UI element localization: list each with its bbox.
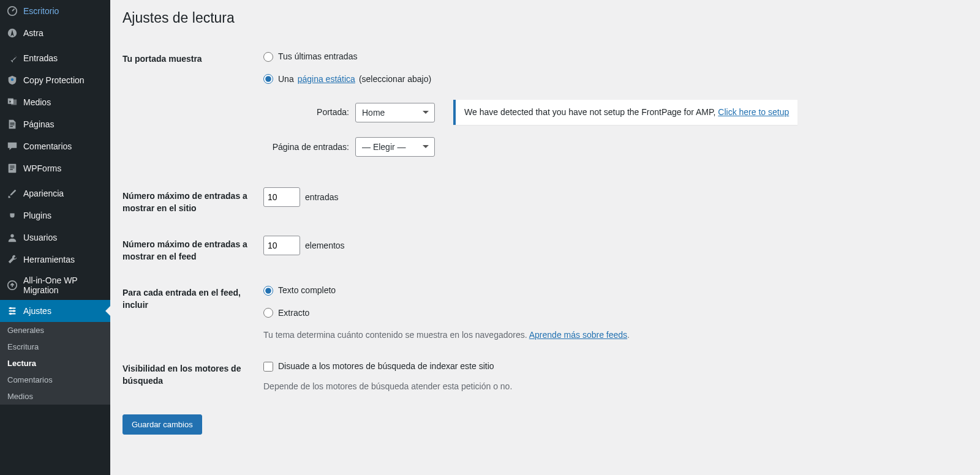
amp-setup-link[interactable]: Click here to setup [718,107,789,117]
sidebar-item-apariencia[interactable]: Apariencia [0,182,110,204]
feed-full-option[interactable]: Texto completo [263,284,336,297]
sidebar-item-all-in-one-wp-migration[interactable]: All-in-One WP Migration [0,271,110,300]
posts-per-page-label: Número máximo de entradas a mostrar en e… [123,178,257,226]
submenu-item-escritura[interactable]: Escritura [0,338,110,355]
comment-icon [6,140,18,152]
learn-feeds-link[interactable]: Aprende más sobre feeds [529,330,627,340]
search-visibility-label: Visibilidad en los motores de búsqueda [123,351,257,402]
feed-full-radio[interactable] [263,286,273,296]
posts-page-select[interactable]: — Elegir — [355,137,435,157]
admin-sidebar: EscritorioAstra EntradasCopy ProtectionM… [0,0,110,475]
pin-icon [6,52,18,64]
submenu-item-label: Escritura [0,338,110,355]
homepage-select-label: Portada: [263,106,349,119]
sidebar-item-label: Ajustes [23,306,51,316]
sidebar-item-comentarios[interactable]: Comentarios [0,135,110,157]
sidebar-item-label: Comentarios [23,141,72,151]
sidebar-item-label: Usuarios [23,233,57,242]
shield-icon [6,74,18,86]
sidebar-item-ajustes[interactable]: Ajustes [0,300,110,322]
content-area: Ajustes de lectura Tu portada muestra Tu… [110,0,980,475]
plug-icon [6,209,18,222]
sidebar-item-copy-protection[interactable]: Copy Protection [0,69,110,91]
search-visibility-desc: Depende de los motores de búsqueda atend… [263,380,962,393]
sidebar-item-plugins[interactable]: Plugins [0,204,110,226]
sidebar-item-label: Astra [23,28,43,38]
amp-notice: We have detected that you have not setup… [453,100,797,125]
sidebar-item-escritorio[interactable]: Escritorio [0,0,110,22]
media-icon [6,96,18,108]
posts-per-page-input[interactable] [263,187,300,207]
dashboard-icon [6,5,18,17]
feed-excerpt-radio[interactable] [263,308,273,318]
sidebar-item-label: WPForms [23,163,61,173]
astra-icon [6,27,18,39]
settings-icon [6,305,18,317]
sidebar-item-wpforms[interactable]: WPForms [0,157,110,179]
feed-description: Tu tema determina cuánto contenido se mu… [263,329,962,342]
sidebar-item-astra[interactable]: Astra [0,22,110,44]
feed-include-label: Para cada entrada en el feed, incluir [123,275,257,351]
frontpage-label: Tu portada muestra [123,41,257,178]
sidebar-item-label: Plugins [23,211,51,220]
sidebar-item-label: Medios [23,97,51,107]
static-page-link[interactable]: página estática [298,73,355,86]
submenu-item-label: Generales [0,322,110,338]
sidebar-item-usuarios[interactable]: Usuarios [0,226,110,249]
posts-per-rss-suffix: elementos [305,241,345,250]
submenu-item-label: Medios [0,388,110,405]
discourage-search-option[interactable]: Disuade a los motores de búsqueda de ind… [263,360,494,373]
sidebar-item-label: Entradas [23,53,58,63]
save-button[interactable]: Guardar cambios [123,414,202,435]
homepage-select[interactable]: Home [355,103,435,122]
submenu-item-lectura[interactable]: Lectura [0,355,110,372]
frontpage-latest-radio[interactable] [263,52,273,62]
submenu-item-comentarios[interactable]: Comentarios [0,372,110,388]
sidebar-item-medios[interactable]: Medios [0,91,110,113]
sidebar-item-label: All-in-One WP Migration [23,275,104,295]
brush-icon [6,187,18,200]
form-icon [6,162,18,174]
page-title: Ajustes de lectura [123,10,968,26]
user-icon [6,231,18,244]
sidebar-item-entradas[interactable]: Entradas [0,47,110,69]
frontpage-static-radio[interactable] [263,74,273,84]
sidebar-item-label: Páginas [23,119,55,129]
migration-icon [6,279,18,291]
sidebar-item-label: Herramientas [23,255,75,264]
sidebar-item-herramientas[interactable]: Herramientas [0,249,110,271]
frontpage-static-option[interactable]: Una página estática (seleccionar abajo) [263,73,431,86]
submenu-item-label: Comentarios [0,372,110,388]
sidebar-item-label: Copy Protection [23,75,85,85]
posts-per-page-suffix: entradas [305,192,338,202]
sidebar-item-label: Apariencia [23,189,64,198]
submenu-item-generales[interactable]: Generales [0,322,110,338]
posts-per-rss-input[interactable] [263,236,300,255]
sidebar-item-label: Escritorio [23,6,59,16]
page-icon [6,118,18,130]
wrench-icon [6,253,18,266]
submenu-item-medios[interactable]: Medios [0,388,110,405]
feed-excerpt-option[interactable]: Extracto [263,307,309,320]
submenu-item-label: Lectura [0,355,110,372]
posts-per-rss-label: Número máximo de entradas a mostrar en e… [123,226,257,275]
frontpage-latest-option[interactable]: Tus últimas entradas [263,50,357,63]
posts-page-select-label: Página de entradas: [263,141,349,154]
discourage-search-checkbox[interactable] [263,362,273,372]
sidebar-item-páginas[interactable]: Páginas [0,113,110,135]
